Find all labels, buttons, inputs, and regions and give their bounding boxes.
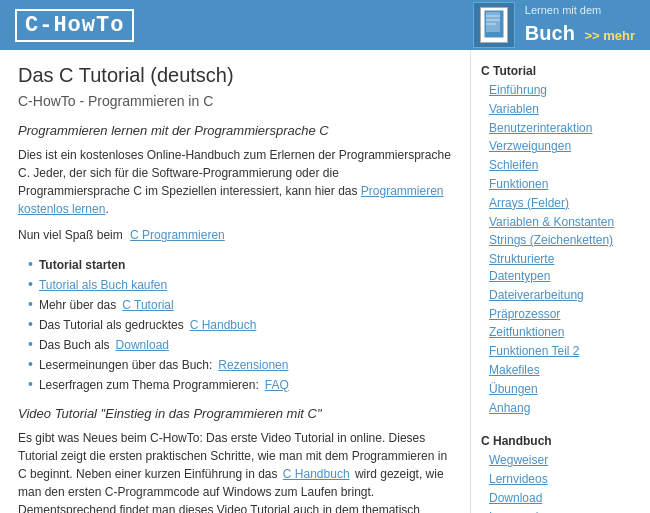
video-link1[interactable]: C Handbuch	[283, 467, 350, 481]
sidebar-item-praeprozessor[interactable]: Präprozessor	[481, 306, 615, 323]
header: C-HowTo Lernen mit dem Buch >> mehr	[0, 0, 650, 50]
content-area: Das C Tutorial (deutsch) C-HowTo - Progr…	[0, 50, 470, 513]
sidebar-item-anhang[interactable]: Anhang	[481, 400, 615, 417]
main-wrapper: Das C Tutorial (deutsch) C-HowTo - Progr…	[0, 50, 650, 513]
list-item: Das Tutorial als gedrucktes C Handbuch	[28, 316, 452, 332]
bullet-download[interactable]: Download	[116, 338, 169, 352]
sidebar-item-ubungen[interactable]: Übungen	[481, 381, 615, 398]
buch-label: Buch	[525, 22, 575, 44]
bullet-buch-kaufen[interactable]: Tutorial als Buch kaufen	[39, 278, 167, 292]
book-icon-area	[473, 2, 515, 48]
sidebar-item-einfuhrung[interactable]: Einführung	[481, 82, 615, 99]
sidebar-divider1	[481, 418, 615, 426]
sidebar-item-download[interactable]: Download	[481, 490, 615, 507]
page-title: Das C Tutorial (deutsch)	[18, 64, 452, 87]
list-item: Mehr über das C Tutorial	[28, 296, 452, 312]
list-item: Lesermeinungen über das Buch: Rezensione…	[28, 356, 452, 372]
bullet-list: Tutorial starten Tutorial als Buch kaufe…	[18, 256, 452, 392]
video-text: Es gibt was Neues beim C-HowTo: Das erst…	[18, 429, 452, 513]
sidebar-item-funktionen-teil2[interactable]: Funktionen Teil 2	[481, 343, 615, 360]
book-icon	[480, 7, 508, 43]
sidebar-item-wegweiser[interactable]: Wegweiser	[481, 452, 615, 469]
bullet-c-handbuch[interactable]: C Handbuch	[190, 318, 257, 332]
c-programmieren-link[interactable]: C Programmieren	[130, 228, 225, 242]
intro-italic: Programmieren lernen mit der Programmier…	[18, 123, 452, 138]
tagline-pre: Lernen mit dem	[525, 3, 635, 18]
list-item: Tutorial als Buch kaufen	[28, 276, 452, 292]
sidebar: C Tutorial Einführung Variablen Benutzer…	[470, 50, 625, 513]
logo-area: C-HowTo	[15, 9, 134, 42]
sidebar-item-funktionen[interactable]: Funktionen	[481, 176, 615, 193]
sidebar-item-variablen-konstanten[interactable]: Variablen & Konstanten	[481, 214, 615, 231]
sidebar-section2-title: C Handbuch	[481, 434, 615, 448]
list-item: Tutorial starten	[28, 256, 452, 272]
list-item: Das Buch als Download	[28, 336, 452, 352]
bullet-c-tutorial[interactable]: C Tutorial	[122, 298, 173, 312]
bullet-faq[interactable]: FAQ	[265, 378, 289, 392]
list-item: Leserfragen zum Thema Programmieren: FAQ	[28, 376, 452, 392]
free-learn-pre: Nun viel Spaß beim	[18, 228, 123, 242]
sidebar-item-lernvideos[interactable]: Lernvideos	[481, 471, 615, 488]
subtitle: C-HowTo - Programmieren in C	[18, 93, 452, 109]
logo[interactable]: C-HowTo	[15, 9, 134, 42]
svg-rect-1	[486, 12, 500, 32]
video-title: Video Tutorial "Einstieg in das Programm…	[18, 406, 452, 421]
sidebar-item-arrays[interactable]: Arrays (Felder)	[481, 195, 615, 212]
sidebar-item-benutzerinteraktion[interactable]: Benutzerinteraktion	[481, 120, 615, 137]
free-learn: Nun viel Spaß beim C Programmieren	[18, 228, 452, 242]
header-right: Lernen mit dem Buch >> mehr	[473, 2, 635, 48]
sidebar-section1-title: C Tutorial	[481, 64, 615, 78]
sidebar-item-makefiles[interactable]: Makefiles	[481, 362, 615, 379]
sidebar-item-lesermeinungen[interactable]: Lesermeinungen	[481, 509, 615, 513]
sidebar-item-schleifen[interactable]: Schleifen	[481, 157, 615, 174]
sidebar-item-variablen[interactable]: Variablen	[481, 101, 615, 118]
bullet-rezensionen[interactable]: Rezensionen	[218, 358, 288, 372]
sidebar-item-dateiverarbeitung[interactable]: Dateiverarbeitung	[481, 287, 615, 304]
sidebar-item-verzweigungen[interactable]: Verzweigungen	[481, 138, 615, 155]
intro-text: Dies ist ein kostenloses Online-Handbuch…	[18, 146, 452, 218]
bullet-tutorial-starten[interactable]: Tutorial starten	[39, 258, 125, 272]
mehr-link[interactable]: >> mehr	[584, 28, 635, 43]
sidebar-item-strings[interactable]: Strings (Zeichenketten)	[481, 232, 615, 249]
header-tagline: Lernen mit dem Buch >> mehr	[525, 3, 635, 46]
sidebar-item-zeitfunktionen[interactable]: Zeitfunktionen	[481, 324, 615, 341]
sidebar-item-strukturierte[interactable]: Strukturierte Datentypen	[481, 251, 615, 285]
